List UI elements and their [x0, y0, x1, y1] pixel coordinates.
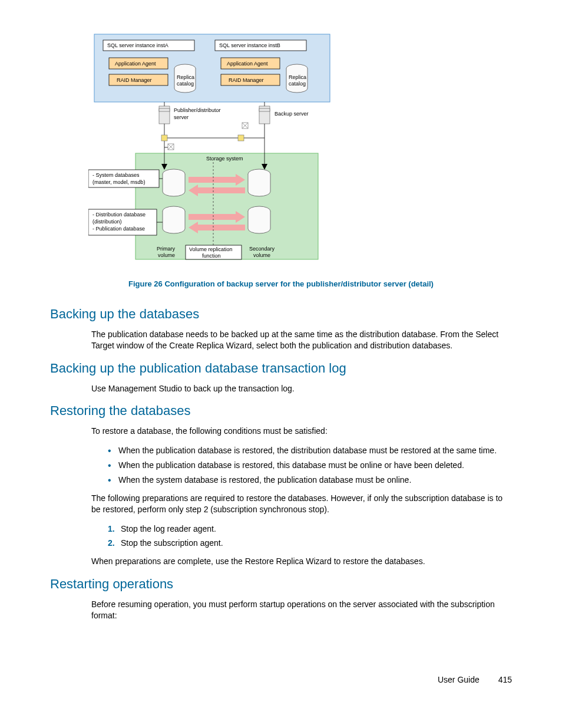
step-list: Stop the log reader agent. Stop the subs…: [91, 523, 512, 549]
body-text: When preparations are complete, use the …: [91, 556, 512, 567]
diagram-primary-vol: Primary: [157, 246, 175, 252]
svg-text:- Publication database: - Publication database: [92, 226, 145, 232]
list-item: When the publication database is restore…: [108, 460, 512, 471]
svg-rect-23: [161, 135, 167, 141]
svg-text:catalog: catalog: [289, 81, 306, 87]
list-item: When the publication database is restore…: [108, 445, 512, 456]
figure-caption: Figure 26 Configuration of backup server…: [69, 279, 493, 289]
footer-label: User Guide: [438, 675, 480, 684]
svg-text:(master, model, msdb): (master, model, msdb): [92, 179, 146, 185]
svg-text:catalog: catalog: [177, 81, 194, 87]
svg-text:volume: volume: [253, 252, 270, 258]
diagram-backup-server: Backup server: [275, 111, 309, 117]
diagram-app-agent-b: Application Agent: [227, 61, 268, 67]
svg-rect-17: [259, 108, 270, 111]
figure-diagram: SQL server instance instA Application Ag…: [88, 29, 512, 268]
list-item: Stop the log reader agent.: [108, 523, 512, 535]
section-backing-up-log: Backing up the publication database tran…: [50, 360, 512, 377]
diagram-vol-repl: Volume replication: [189, 246, 233, 252]
page-number: 415: [498, 675, 512, 684]
list-item: When the system database is restored, th…: [108, 475, 512, 486]
diagram-instA: SQL server instance instA: [107, 42, 168, 48]
svg-rect-24: [238, 135, 244, 141]
svg-rect-14: [159, 108, 170, 111]
body-text: To restore a database, the following con…: [91, 426, 512, 437]
diagram-pub-dist-server: Publisher/distributor: [174, 107, 221, 113]
svg-text:volume: volume: [158, 252, 175, 258]
body-text: The publication database needs to be bac…: [91, 329, 512, 351]
body-text: Use Management Studio to back up the tra…: [91, 383, 512, 394]
diagram-raid-mgr-a: RAID Manager: [117, 77, 152, 83]
diagram-app-agent-a: Application Agent: [115, 61, 156, 67]
svg-text:Replica: Replica: [289, 74, 306, 80]
svg-text:(distribution): (distribution): [92, 219, 122, 225]
diagram-storage-system: Storage system: [206, 156, 243, 162]
diagram-raid-mgr-b: RAID Manager: [229, 77, 264, 83]
body-text: The following preparations are required …: [91, 493, 512, 515]
list-item: Stop the subscription agent.: [108, 538, 512, 549]
section-restarting-operations: Restarting operations: [50, 575, 512, 593]
bullet-list: When the publication database is restore…: [91, 445, 512, 486]
diagram-sys-db: - System databases: [92, 172, 140, 178]
section-restoring-databases: Restoring the databases: [50, 402, 512, 420]
svg-text:server: server: [174, 114, 189, 120]
diagram-secondary-vol: Secondary: [249, 246, 275, 252]
page-footer: User Guide 415: [50, 674, 512, 686]
section-backing-up-databases: Backing up the databases: [50, 305, 512, 323]
svg-text:function: function: [202, 253, 221, 259]
body-text: Before resuming operation, you must perf…: [91, 599, 512, 621]
diagram-dist-db: - Distribution database: [92, 212, 146, 218]
diagram-instB: SQL server instance instB: [219, 42, 280, 48]
svg-rect-32: [135, 153, 318, 259]
svg-text:Replica: Replica: [177, 74, 194, 80]
